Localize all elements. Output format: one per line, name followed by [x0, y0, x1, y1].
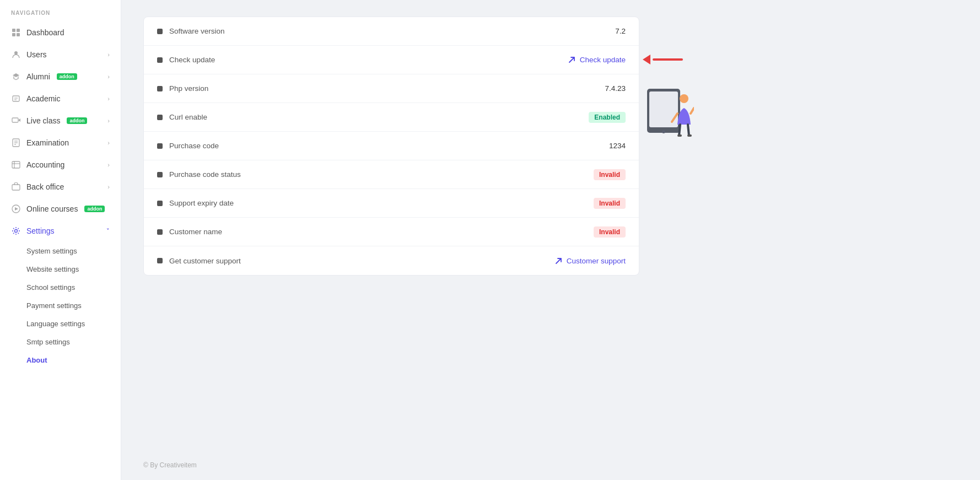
curl-enable-label: Curl enable	[169, 113, 589, 121]
row-icon	[157, 143, 163, 149]
sidebar-item-dashboard[interactable]: Dashboard	[0, 21, 121, 44]
sub-item-language-settings[interactable]: Language settings	[0, 315, 121, 333]
sidebar-item-label-online-courses: Online courses	[26, 204, 78, 213]
curl-enabled-badge: Enabled	[589, 112, 626, 123]
illustration	[644, 83, 694, 149]
check-update-button[interactable]: Check update	[568, 56, 626, 64]
row-check-update: Check update Check update	[144, 46, 639, 74]
sidebar-item-label-users: Users	[26, 50, 47, 59]
sidebar-item-back-office[interactable]: Back office ›	[0, 176, 121, 198]
accounting-icon	[11, 160, 21, 170]
sidebar-item-alumni[interactable]: Alumni addon ›	[0, 66, 121, 88]
sidebar-item-label-alumni: Alumni	[26, 72, 50, 81]
examination-icon	[11, 138, 21, 148]
software-version-label: Software version	[169, 27, 615, 35]
row-icon	[157, 115, 163, 120]
sub-item-payment-settings[interactable]: Payment settings	[0, 296, 121, 315]
row-icon	[157, 57, 163, 63]
support-expiry-label: Support expiry date	[169, 199, 594, 207]
back-office-icon	[11, 182, 21, 192]
chevron-icon: ›	[107, 73, 110, 80]
arrow-line	[653, 58, 683, 61]
sidebar-item-label-back-office: Back office	[26, 182, 64, 191]
purchase-code-status-label: Purchase code status	[169, 170, 594, 179]
sidebar-item-accounting[interactable]: Accounting ›	[0, 154, 121, 176]
users-icon	[11, 50, 21, 60]
arrow-annotation	[643, 55, 683, 64]
svg-rect-1	[17, 29, 20, 32]
svg-line-26	[679, 125, 680, 136]
svg-rect-29	[687, 134, 692, 137]
sidebar-item-settings[interactable]: Settings ˅	[0, 220, 121, 242]
chevron-icon: ›	[107, 184, 110, 190]
alumni-addon-badge: addon	[57, 73, 77, 80]
customer-name-badge: Invalid	[594, 226, 626, 238]
sidebar-item-examination[interactable]: Examination ›	[0, 132, 121, 154]
sidebar-item-label-accounting: Accounting	[26, 160, 64, 169]
chevron-icon: ›	[107, 95, 110, 102]
live-class-addon-badge: addon	[67, 117, 87, 124]
row-customer-name: Customer name Invalid	[144, 218, 639, 246]
sidebar: NAVIGATION Dashboard Users ›	[0, 0, 121, 480]
customer-support-button[interactable]: Customer support	[555, 257, 626, 265]
svg-rect-28	[677, 134, 682, 137]
svg-point-19	[15, 230, 18, 233]
online-courses-icon	[11, 204, 21, 214]
row-purchase-code-status: Purchase code status Invalid	[144, 160, 639, 189]
svg-point-22	[662, 130, 665, 133]
sidebar-item-users[interactable]: Users ›	[0, 44, 121, 66]
dashboard-icon	[11, 28, 21, 37]
svg-rect-3	[17, 33, 20, 36]
row-icon	[157, 229, 163, 235]
sidebar-item-label-dashboard: Dashboard	[26, 28, 64, 37]
svg-point-4	[14, 51, 18, 55]
row-icon	[157, 86, 163, 91]
sub-item-about[interactable]: About	[0, 351, 121, 369]
sidebar-item-online-courses[interactable]: Online courses addon	[0, 198, 121, 220]
sub-item-smtp-settings[interactable]: Smtp settings	[0, 333, 121, 351]
row-software-version: Software version 7.2	[144, 17, 639, 46]
settings-icon	[11, 226, 21, 236]
alumni-icon	[11, 72, 21, 82]
chevron-icon: ›	[107, 161, 110, 168]
academic-icon	[11, 94, 21, 104]
svg-rect-21	[649, 91, 678, 127]
svg-rect-0	[12, 29, 15, 32]
svg-line-25	[691, 108, 694, 114]
main-content: Software version 7.2 Check update Check …	[121, 0, 980, 450]
about-card: Software version 7.2 Check update Check …	[143, 17, 639, 276]
svg-rect-8	[12, 118, 18, 122]
sidebar-item-academic[interactable]: Academic ›	[0, 88, 121, 110]
sub-item-school-settings[interactable]: School settings	[0, 278, 121, 296]
sidebar-item-label-examination: Examination	[26, 138, 69, 147]
chevron-icon: ›	[107, 117, 110, 124]
row-icon	[157, 172, 163, 177]
customer-name-label: Customer name	[169, 228, 594, 236]
main-wrapper: Software version 7.2 Check update Check …	[121, 0, 980, 480]
check-update-label: Check update	[169, 56, 568, 64]
purchase-code-label: Purchase code	[169, 142, 609, 150]
php-version-label: Php version	[169, 84, 605, 93]
sidebar-item-label-settings: Settings	[26, 226, 55, 235]
chevron-icon: ›	[107, 51, 110, 58]
sub-item-system-settings[interactable]: System settings	[0, 242, 121, 260]
support-expiry-badge: Invalid	[594, 198, 626, 209]
row-customer-support: Get customer support Customer support	[144, 246, 639, 275]
row-icon	[157, 258, 163, 263]
svg-point-23	[680, 94, 688, 103]
settings-submenu: System settings Website settings School …	[0, 242, 121, 369]
live-class-icon	[11, 116, 21, 126]
row-icon	[157, 29, 163, 34]
svg-rect-5	[13, 96, 19, 101]
purchase-code-value: 1234	[609, 142, 626, 150]
purchase-code-status-badge: Invalid	[594, 169, 626, 180]
arrow-head	[643, 55, 650, 64]
sidebar-item-label-live-class: Live class	[26, 116, 60, 125]
svg-rect-16	[12, 185, 20, 190]
row-curl-enable: Curl enable Enabled	[144, 103, 639, 132]
sub-item-website-settings[interactable]: Website settings	[0, 260, 121, 278]
svg-marker-18	[15, 207, 18, 211]
svg-rect-13	[12, 161, 20, 168]
nav-label: NAVIGATION	[0, 0, 121, 21]
sidebar-item-live-class[interactable]: Live class addon ›	[0, 110, 121, 132]
